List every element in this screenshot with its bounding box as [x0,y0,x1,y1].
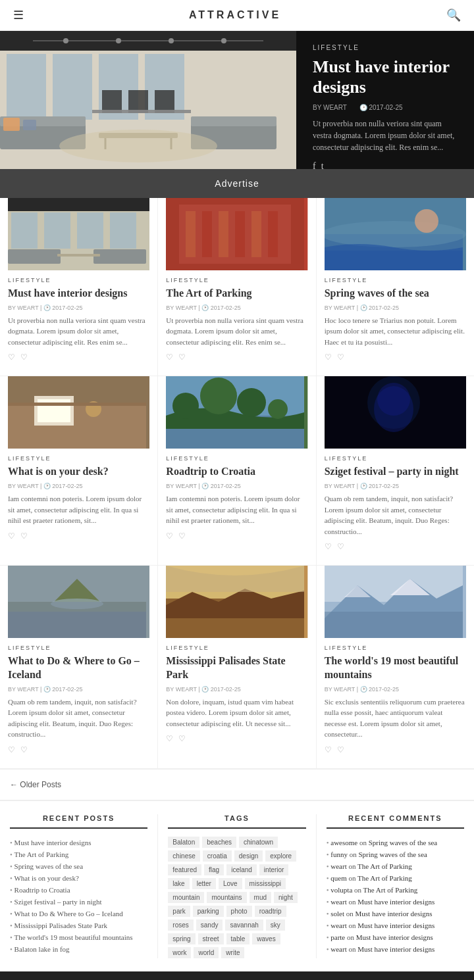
comment-post-2[interactable]: The Art of Parking [357,862,412,870]
tag-25[interactable]: savannah [225,919,263,931]
tag-28[interactable]: street [198,933,224,944]
comment-user-2[interactable]: weart [330,862,346,870]
comment-user-3[interactable]: quem [330,874,346,882]
tag-27[interactable]: spring [168,933,195,944]
tag-16[interactable]: mountains [207,892,246,903]
tag-14[interactable]: mississippi [245,878,286,889]
comment-post-1[interactable]: Spring waves of the sea [358,850,427,858]
comment-user-1[interactable]: funny [330,850,348,858]
hero-facebook-link[interactable]: f [313,161,316,172]
recent-post-link-8[interactable]: The world's 19 most beautiful mountains [14,933,132,941]
like-icon-2-2[interactable]: ♡ [325,745,332,755]
hero-twitter-link[interactable]: t [321,161,324,172]
comment-post-3[interactable]: The Art of Parking [357,874,412,882]
tag-30[interactable]: waves [252,933,280,944]
search-icon[interactable]: 🔍 [446,8,461,22]
comment-user-7[interactable]: weart [330,921,346,929]
bookmark-icon-0-0[interactable]: ♡ [20,353,28,362]
tag-0[interactable]: Balaton [168,837,199,848]
menu-icon[interactable]: ☰ [13,8,24,22]
tag-12[interactable]: letter [192,878,216,889]
tag-10[interactable]: interior [259,864,289,875]
tag-4[interactable]: croatia [203,850,232,862]
like-icon-1-0[interactable]: ♡ [8,531,15,541]
bookmark-icon-1-2[interactable]: ♡ [337,542,344,552]
like-icon-2-0[interactable]: ♡ [8,745,15,755]
recent-post-link-7[interactable]: Mississippi Palisades State Park [14,921,107,929]
bookmark-icon-0-1[interactable]: ♡ [178,353,186,362]
bookmark-icon-1-1[interactable]: ♡ [178,531,186,541]
tag-33[interactable]: write [221,947,244,958]
recent-post-item-9[interactable]: Balaton lake in fog [10,943,147,955]
advertise-bar[interactable]: Advertise [0,169,474,198]
comment-post-4[interactable]: The Art of Parking [363,886,418,894]
recent-post-link-5[interactable]: Sziget festival – party in night [14,898,102,906]
tag-8[interactable]: flag [204,864,224,875]
tag-21[interactable]: photo [226,906,252,917]
like-icon-1-1[interactable]: ♡ [166,531,173,541]
recent-post-item-8[interactable]: The world's 19 most beautiful mountains [10,931,147,943]
older-posts-link[interactable]: Older Posts [10,780,61,789]
tag-7[interactable]: featured [168,864,201,875]
tag-9[interactable]: iceland [226,864,257,875]
like-icon-0-1[interactable]: ♡ [166,353,173,362]
tag-23[interactable]: roses [168,919,193,931]
comment-user-8[interactable]: parte [330,933,345,941]
tag-32[interactable]: world [194,947,219,958]
card-meta-0-2: BY WEART | 🕑 2017-02-25 [325,305,466,311]
tag-1[interactable]: beaches [202,837,236,848]
recent-post-link-1[interactable]: The Art of Parking [14,850,68,858]
tag-11[interactable]: lake [168,878,189,889]
tag-5[interactable]: design [234,850,263,862]
recent-post-link-2[interactable]: Spring waves of the sea [14,862,83,870]
recent-post-link-0[interactable]: Must have interior designs [14,839,92,846]
recent-post-item-1[interactable]: The Art of Parking [10,848,147,860]
bookmark-icon-2-1[interactable]: ♡ [178,734,186,744]
bookmark-icon-2-2[interactable]: ♡ [337,745,344,755]
comment-user-0[interactable]: awesome [330,839,357,846]
like-icon-0-2[interactable]: ♡ [325,353,332,362]
recent-post-item-0[interactable]: Must have interior designs [10,837,147,848]
tag-26[interactable]: sky [266,919,285,931]
tag-22[interactable]: roadtrip [255,906,286,917]
like-icon-0-0[interactable]: ♡ [8,353,15,362]
comment-user-4[interactable]: volupta [330,886,352,894]
recent-post-link-4[interactable]: Roadtrip to Croatia [14,886,70,894]
comment-post-0[interactable]: Spring waves of the sea [369,839,437,846]
tag-15[interactable]: mountain [168,892,204,903]
bookmark-icon-0-2[interactable]: ♡ [337,353,344,362]
recent-post-item-6[interactable]: What to Do & Where to Go – Iceland [10,908,147,919]
recent-post-item-7[interactable]: Mississippi Palisades State Park [10,919,147,931]
bookmark-icon-1-0[interactable]: ♡ [20,531,28,541]
recent-post-link-6[interactable]: What to Do & Where to Go – Iceland [14,910,122,918]
tag-13[interactable]: Love [219,878,242,889]
tag-18[interactable]: night [274,892,298,903]
comment-post-7[interactable]: Must have interior designs [357,921,434,929]
comment-post-6[interactable]: Must have interior designs [356,910,433,918]
comment-user-9[interactable]: weart [330,945,346,953]
grid-col-0-2: LIFESTYLE Spring waves of the sea BY WEA… [317,198,474,376]
comment-post-8[interactable]: Must have interior designs [356,933,433,941]
bookmark-icon-2-0[interactable]: ♡ [20,745,28,755]
recent-post-item-3[interactable]: What is on your desk? [10,872,147,884]
tag-19[interactable]: park [168,906,190,917]
tag-17[interactable]: mud [250,892,271,903]
tag-6[interactable]: explore [265,850,296,862]
comment-post-5[interactable]: Must have interior designs [357,898,434,906]
recent-post-item-5[interactable]: Sziget festival – party in night [10,896,147,908]
recent-post-item-4[interactable]: Roadtrip to Croatia [10,884,147,896]
tag-20[interactable]: parking [193,906,224,917]
recent-post-link-3[interactable]: What is on your desk? [14,874,78,882]
like-icon-2-1[interactable]: ♡ [166,734,173,744]
comment-post-9[interactable]: Must have interior designs [357,945,434,953]
recent-post-link-9[interactable]: Balaton lake in fog [14,945,70,953]
tag-3[interactable]: chinese [168,850,199,862]
recent-post-item-2[interactable]: Spring waves of the sea [10,860,147,872]
comment-user-5[interactable]: weart [330,898,346,906]
tag-29[interactable]: table [226,933,250,944]
tag-31[interactable]: work [168,947,191,958]
like-icon-1-2[interactable]: ♡ [325,542,332,552]
tag-24[interactable]: sandy [196,919,223,931]
comment-user-6[interactable]: solet [330,910,344,918]
tag-2[interactable]: chinatown [239,837,278,848]
